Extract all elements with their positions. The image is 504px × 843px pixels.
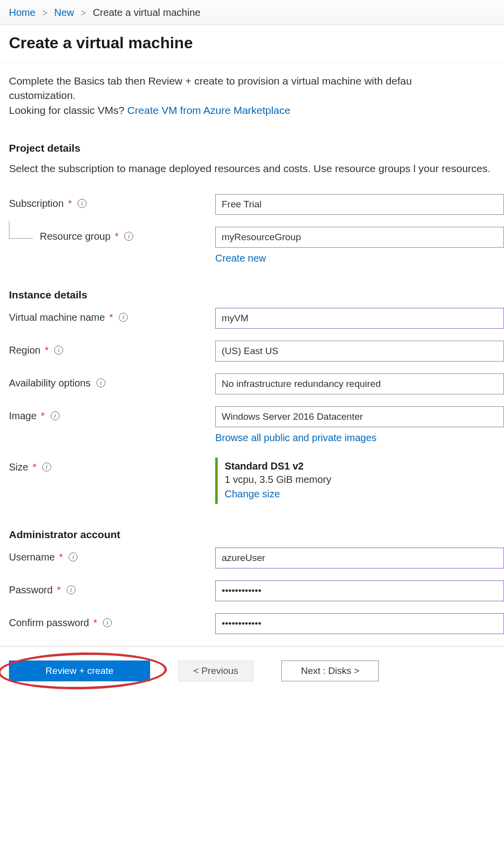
change-size-link[interactable]: Change size [225, 488, 280, 500]
image-label: Image * i [9, 406, 215, 422]
info-icon[interactable]: i [103, 618, 112, 627]
required-asterisk: * [109, 312, 113, 323]
required-asterisk: * [115, 231, 119, 242]
next-button[interactable]: Next : Disks > [281, 660, 379, 681]
wizard-footer: Review + create < Previous Next : Disks … [0, 646, 504, 696]
info-icon[interactable]: i [119, 313, 128, 322]
image-select[interactable] [215, 406, 504, 427]
region-select[interactable] [215, 341, 504, 362]
info-icon[interactable]: i [42, 463, 51, 471]
info-icon[interactable]: i [51, 411, 60, 420]
info-icon[interactable]: i [78, 199, 86, 208]
info-icon[interactable]: i [96, 378, 105, 387]
info-icon[interactable]: i [124, 232, 133, 241]
confirm-password-input[interactable] [215, 613, 504, 634]
region-label: Region * i [9, 341, 215, 356]
chevron-right-icon: > [42, 8, 48, 18]
subscription-label: Subscription * i [9, 194, 215, 209]
username-label: Username * i [9, 548, 215, 563]
confirm-password-label: Confirm password * i [9, 613, 215, 629]
subscription-select[interactable] [215, 194, 504, 215]
chevron-right-icon: > [81, 8, 86, 18]
create-new-resource-group-link[interactable]: Create new [215, 253, 266, 264]
review-create-button[interactable]: Review + create [9, 660, 150, 681]
required-asterisk: * [93, 617, 97, 628]
size-detail: 1 vcpu, 3.5 GiB memory [225, 474, 504, 485]
required-asterisk: * [68, 198, 72, 209]
instance-details-heading: Instance details [9, 289, 504, 301]
required-asterisk: * [32, 462, 36, 472]
availability-select[interactable] [215, 374, 504, 394]
info-icon[interactable]: i [67, 585, 76, 594]
previous-button[interactable]: < Previous [178, 660, 253, 681]
intro-text: Complete the Basics tab then Review + cr… [9, 64, 504, 117]
breadcrumb-home[interactable]: Home [9, 7, 35, 18]
intro-line2: customization. [9, 90, 76, 101]
password-label: Password * i [9, 580, 215, 596]
tree-elbow-icon [9, 221, 33, 239]
project-details-desc: Select the subscription to manage deploy… [9, 161, 504, 176]
breadcrumb-new[interactable]: New [54, 7, 74, 18]
required-asterisk: * [59, 552, 63, 562]
info-icon[interactable]: i [54, 346, 63, 355]
intro-classic-prompt: Looking for classic VMs? [9, 104, 127, 116]
resource-group-select[interactable] [215, 227, 504, 248]
size-summary: Standard DS1 v2 1 vcpu, 3.5 GiB memory C… [215, 458, 504, 504]
password-input[interactable] [215, 580, 504, 601]
browse-images-link[interactable]: Browse all public and private images [215, 432, 377, 444]
size-name: Standard DS1 v2 [225, 461, 504, 472]
size-label: Size * i [9, 458, 215, 473]
required-asterisk: * [45, 345, 49, 356]
vm-name-input[interactable] [215, 308, 504, 329]
breadcrumb-current: Create a virtual machine [93, 7, 201, 18]
username-input[interactable] [215, 548, 504, 568]
breadcrumb: Home > New > Create a virtual machine [0, 0, 504, 25]
create-vm-marketplace-link[interactable]: Create VM from Azure Marketplace [127, 104, 290, 116]
project-details-heading: Project details [9, 142, 504, 154]
vm-name-label: Virtual machine name * i [9, 308, 215, 323]
availability-label: Availability options i [9, 374, 215, 389]
info-icon[interactable]: i [69, 553, 78, 562]
intro-line1: Complete the Basics tab then Review + cr… [9, 75, 412, 87]
page-title: Create a virtual machine [9, 34, 495, 52]
required-asterisk: * [57, 584, 61, 595]
admin-account-heading: Administrator account [9, 529, 504, 541]
required-asterisk: * [41, 410, 45, 421]
resource-group-label: Resource group * i [9, 227, 215, 242]
